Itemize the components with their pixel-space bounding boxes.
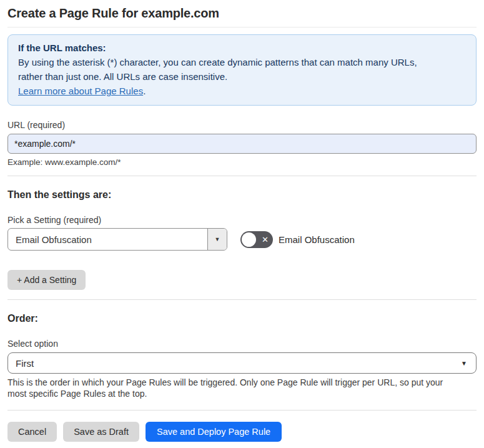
url-input[interactable] xyxy=(7,134,477,154)
settings-heading: Then the settings are: xyxy=(7,189,477,201)
dropdown-arrow-icon: ▼ xyxy=(461,360,467,367)
order-select-label: Select option xyxy=(7,339,477,349)
footer-actions: Cancel Save as Draft Save and Deploy Pag… xyxy=(7,422,477,442)
section-divider-2 xyxy=(7,299,477,300)
email-obfuscation-toggle[interactable]: ✕ xyxy=(240,231,273,248)
add-setting-button[interactable]: + Add a Setting xyxy=(7,270,86,290)
dropdown-arrow-icon: ▼ xyxy=(215,236,220,242)
section-divider-1 xyxy=(7,176,477,176)
footer-divider xyxy=(7,410,477,411)
toggle-label: Email Obfuscation xyxy=(279,234,355,245)
learn-more-link[interactable]: Learn more about Page Rules xyxy=(18,86,143,96)
setting-select-value: Email Obfuscation xyxy=(8,229,207,250)
title-divider xyxy=(7,27,477,27)
info-box-body-line-2: rather than just one. All URLs are case … xyxy=(18,69,466,84)
setting-select[interactable]: Email Obfuscation ▼ xyxy=(7,228,227,251)
toggle-off-x-icon: ✕ xyxy=(262,231,269,248)
order-heading: Order: xyxy=(7,313,477,324)
url-match-info-box: If the URL matches: By using the asteris… xyxy=(7,34,477,106)
order-select-value: First xyxy=(16,358,34,369)
cancel-button[interactable]: Cancel xyxy=(7,422,57,442)
link-suffix: . xyxy=(143,86,146,96)
info-box-body-line-1: By using the asterisk (*) character, you… xyxy=(18,55,466,69)
info-box-heading: If the URL matches: xyxy=(18,41,466,55)
page-title: Create a Page Rule for example.com xyxy=(7,0,477,21)
order-help-line-2: most specific Page Rules at the top. xyxy=(7,389,477,400)
url-label: URL (required) xyxy=(7,120,477,130)
setting-row: Email Obfuscation ▼ ✕ Email Obfuscation xyxy=(7,228,477,251)
order-select[interactable]: First ▼ xyxy=(7,352,477,374)
save-as-draft-button[interactable]: Save as Draft xyxy=(63,422,139,442)
pick-setting-label: Pick a Setting (required) xyxy=(7,215,477,225)
url-example-text: Example: www.example.com/* xyxy=(7,157,477,167)
setting-select-dropdown-button[interactable]: ▼ xyxy=(207,229,227,250)
toggle-knob xyxy=(242,232,256,247)
order-help-text: This is the order in which your Page Rul… xyxy=(7,377,477,399)
save-and-deploy-button[interactable]: Save and Deploy Page Rule xyxy=(146,422,282,442)
order-help-line-1: This is the order in which your Page Rul… xyxy=(7,377,477,389)
page-rule-form: Create a Page Rule for example.com If th… xyxy=(0,0,484,442)
